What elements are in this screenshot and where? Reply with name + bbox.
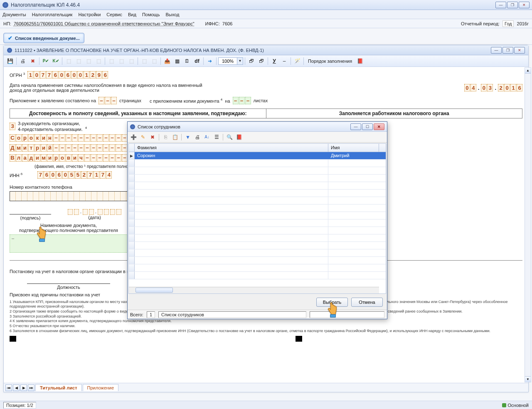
save-icon[interactable]: 💾 — [5, 57, 15, 66]
scroll-down-icon[interactable]: ▼ — [525, 376, 531, 382]
period-year-label[interactable]: Год — [502, 20, 514, 27]
export-icon[interactable]: 📤 — [163, 57, 172, 66]
sheet-last-button[interactable]: ⏭ — [28, 384, 34, 391]
modal-close-button[interactable]: ✕ — [374, 123, 384, 130]
grid-row-empty[interactable] — [129, 242, 386, 249]
add-icon[interactable]: ➕ — [129, 133, 138, 141]
copy-icon[interactable]: ⎘ — [161, 133, 170, 141]
sheet-next-button[interactable]: ▶ — [20, 384, 27, 391]
modal-maximize-button[interactable]: ☐ — [362, 123, 373, 130]
grid-hscroll[interactable] — [129, 287, 379, 293]
wand-icon[interactable]: 🪄 — [293, 57, 302, 66]
grid-row-empty[interactable] — [129, 227, 386, 234]
date-day-cells[interactable]: 04 — [464, 84, 476, 91]
remove-icon[interactable]: ✖ — [148, 133, 157, 141]
tool-7-icon[interactable]: ⬚ — [127, 57, 136, 66]
window-1-icon[interactable]: 🗗 — [247, 57, 256, 66]
grid-row-empty[interactable] — [129, 234, 386, 242]
date-month-cells[interactable]: 03 — [481, 84, 493, 91]
menu-settings[interactable]: Настройки — [78, 12, 101, 17]
sort-icon[interactable]: A↓ — [203, 133, 211, 141]
cancel-button[interactable]: Отмена — [351, 298, 383, 307]
doc-restore-button[interactable]: ❐ — [502, 47, 513, 54]
grid-icon[interactable]: ▦ — [172, 57, 182, 66]
ogrn-cells[interactable]: 1077606001296 — [27, 71, 108, 79]
scroll-up-icon[interactable]: ▲ — [525, 68, 531, 74]
code-icon[interactable]: df — [192, 57, 202, 66]
grid-row-empty[interactable] — [129, 167, 386, 175]
grid-row-empty[interactable] — [129, 272, 386, 279]
tool-9-icon[interactable]: ⬚ — [150, 57, 159, 66]
main-minimize-button[interactable]: — — [495, 2, 506, 8]
sheet-first-button[interactable]: ⏮ — [5, 384, 12, 391]
main-close-button[interactable]: ✕ — [519, 2, 530, 8]
grid-row-empty[interactable] — [129, 249, 386, 257]
edit-icon[interactable]: ✎ — [139, 133, 147, 141]
sheet-tab-attachment[interactable]: Приложение — [83, 384, 119, 391]
filter-icon[interactable]: ▼ — [184, 133, 192, 141]
entered-docs-tab[interactable]: ✔ Список введенных докуме... — [3, 33, 84, 43]
grid-row-empty[interactable] — [129, 175, 386, 182]
doc-minimize-button[interactable]: — — [491, 47, 502, 54]
menu-view[interactable]: Вид — [128, 12, 136, 17]
columns-icon[interactable]: ☰ — [212, 133, 221, 141]
grid-row-empty[interactable] — [129, 212, 386, 219]
col-surname[interactable]: Фамилия — [135, 144, 328, 152]
print-list-icon[interactable]: 🖨 — [193, 133, 202, 141]
underline-icon[interactable]: У — [270, 57, 279, 66]
menu-help[interactable]: Помощь — [142, 12, 160, 17]
paste-icon[interactable]: 📋 — [171, 133, 179, 141]
menu-taxpayer[interactable]: Налогоплательщик — [32, 12, 73, 17]
tool-8-icon[interactable]: ⬚ — [140, 57, 149, 66]
grid-row-empty[interactable] — [129, 264, 386, 272]
tool-5-icon[interactable]: ⬚ — [107, 57, 116, 66]
inn-cells[interactable]: 760605527174 — [37, 171, 112, 179]
menu-exit[interactable]: Выход — [165, 12, 179, 17]
col-name[interactable]: Имя — [328, 144, 379, 152]
grid-row-empty[interactable] — [129, 190, 386, 197]
search-icon[interactable]: 🔍 — [225, 133, 234, 141]
name-cells[interactable]: Дмитрий — [10, 144, 134, 152]
tool-2-icon[interactable]: ⬚ — [74, 57, 83, 66]
representative-doc-area[interactable] — [10, 234, 128, 253]
k-check-icon[interactable]: K✔ — [51, 57, 60, 66]
main-restore-button[interactable]: ❐ — [507, 2, 518, 8]
fill-order-link[interactable]: Порядок заполнения — [305, 59, 355, 64]
grid-row-empty[interactable] — [129, 182, 386, 190]
grid-row-empty[interactable] — [129, 197, 386, 204]
doc-close-button[interactable]: ✕ — [514, 47, 525, 54]
calendar-icon[interactable]: 🗓 — [182, 57, 192, 66]
patronymic-cells[interactable]: Владимирович — [10, 154, 134, 162]
grid-row-selected[interactable]: ▶ Сорокин Дмитрий — [129, 152, 386, 160]
tool-1-icon[interactable]: ⬚ — [64, 57, 73, 66]
modal-minimize-button[interactable]: — — [350, 123, 361, 130]
grid-row-empty[interactable] — [129, 160, 386, 167]
help-icon[interactable]: 📕 — [235, 133, 243, 141]
role-value-cell[interactable]: 3 — [10, 123, 15, 130]
sign-date-boxes[interactable]: .. — [68, 209, 121, 215]
grid-row-empty[interactable] — [129, 257, 386, 264]
zoom-dropdown-icon[interactable]: ▼ — [237, 57, 243, 65]
np-link[interactable]: 7606062551/760601001 Общество с ограниче… — [14, 21, 195, 26]
select-button[interactable]: Выбрать — [316, 298, 348, 307]
surname-cells[interactable]: Сорокин — [10, 134, 134, 142]
tool-3-icon[interactable]: ⬚ — [84, 57, 93, 66]
arrow-right-icon[interactable]: ➜ — [205, 57, 214, 66]
tool-6-icon[interactable]: ⬚ — [117, 57, 126, 66]
dash-icon[interactable]: – — [280, 57, 289, 66]
grid-row-empty[interactable] — [129, 219, 386, 227]
phone-input[interactable] — [10, 191, 128, 201]
date-year-cells[interactable]: 2016 — [498, 84, 522, 91]
menu-documents[interactable]: Документы — [2, 12, 26, 17]
window-2-icon[interactable]: 🗗 — [257, 57, 266, 66]
tool-4-icon[interactable]: ⬚ — [94, 57, 103, 66]
sheet-prev-button[interactable]: ◀ — [13, 384, 20, 391]
delete-icon[interactable]: ✖ — [28, 57, 37, 66]
zoom-input[interactable] — [218, 57, 237, 65]
book-icon[interactable]: 📕 — [355, 57, 365, 66]
p-check-icon[interactable]: P✔ — [41, 57, 50, 66]
grid-row-empty[interactable] — [129, 204, 386, 212]
print-icon[interactable]: 🖨 — [18, 57, 27, 66]
sheet-tab-title[interactable]: Титульный лист — [35, 384, 82, 391]
document-vscroll[interactable]: ▲ ▼ — [525, 67, 531, 382]
